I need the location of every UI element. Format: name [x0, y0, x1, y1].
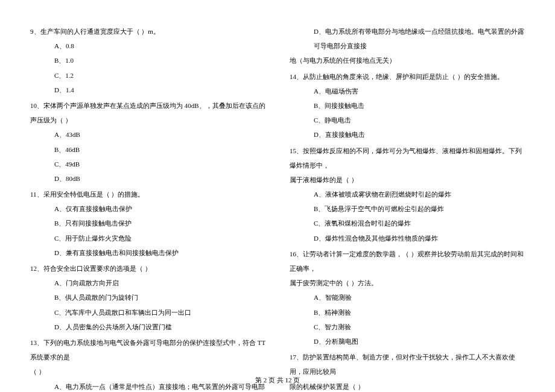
q16-cont: 属于疲劳测定中的（ ）方法。: [290, 276, 525, 290]
q14-text: 14、从防止触电的角度来说，绝缘、屏护和间距是防止（ ）的安全措施。: [290, 69, 525, 84]
q17-text: 17、防护装置结构简单、制造方便，但对作业干扰较大，操作工人不大喜欢使用，应用比…: [290, 350, 525, 379]
question-15: 15、按照爆炸反应相的不同，爆炸可分为气相爆炸、液相爆炸和固相爆炸。下列爆炸情形…: [290, 144, 525, 245]
q15-cont: 属于液相爆炸的是（ ）: [290, 172, 525, 187]
q12-option-b: B、供人员疏散的门为旋转门: [30, 290, 265, 305]
q15-option-c: C、液氧和煤粉混合时引起的爆炸: [290, 216, 525, 230]
q16-option-b: B、精神测验: [290, 305, 525, 320]
q9-option-a: A、0.8: [30, 39, 265, 53]
q14-option-a: A、电磁场伤害: [290, 84, 525, 98]
q9-option-b: B、1.0: [30, 53, 265, 68]
question-16: 16、让劳动者计算一定难度的数学题，（ ）观察并比较劳动前后其完成的时间和正确率…: [290, 247, 525, 349]
q10-option-a: A、43dB: [30, 127, 265, 142]
q10-option-d: D、80dB: [30, 171, 265, 186]
page-content: 9、生产车间的人行通道宽度应大于（ ）m。 A、0.8 B、1.0 C、1.2 …: [0, 0, 555, 392]
q15-option-b: B、飞扬悬浮于空气中的可燃粉尘引起的爆炸: [290, 201, 525, 216]
q14-option-b: B、间接接触电击: [290, 98, 525, 113]
page-footer: 第 2 页 共 12 页: [0, 376, 555, 385]
q15-option-d: D、爆炸性混合物及其他爆炸性物质的爆炸: [290, 231, 525, 245]
question-17: 17、防护装置结构简单、制造方便，但对作业干扰较大，操作工人不大喜欢使用，应用比…: [290, 350, 525, 392]
q13-text: 13、下列的电力系统接地与电气设备外露可导电部分的保护连接型式中，符合 TT 系…: [30, 335, 265, 364]
q11-option-d: D、兼有直接接触电击和间接接触电击保护: [30, 245, 265, 260]
question-12: 12、符合安全出口设置要求的选项是（ ） A、门向疏散方向开启 B、供人员疏散的…: [30, 261, 265, 334]
q10-text: 10、宋体两个声源单独发声在某点造成的声压级均为 40dB、，其叠加后在该点的声…: [30, 98, 265, 127]
q9-option-d: D、1.4: [30, 83, 265, 97]
q16-text: 16、让劳动者计算一定难度的数学题，（ ）观察并比较劳动前后其完成的时间和正确率…: [290, 247, 525, 276]
question-10: 10、宋体两个声源单独发声在某点造成的声压级均为 40dB、，其叠加后在该点的声…: [30, 98, 265, 186]
q16-option-d: D、分析脑电图: [290, 334, 525, 349]
question-14: 14、从防止触电的角度来说，绝缘、屏护和间距是防止（ ）的安全措施。 A、电磁场…: [290, 69, 525, 142]
q11-option-b: B、只有间接接触电击保护: [30, 216, 265, 230]
q12-text: 12、符合安全出口设置要求的选项是（ ）: [30, 261, 265, 276]
q14-option-d: D、直接接触电击: [290, 127, 525, 142]
q15-text: 15、按照爆炸反应相的不同，爆炸可分为气相爆炸、液相爆炸和固相爆炸。下列爆炸情形…: [290, 144, 525, 172]
q15-option-a: A、液体被喷成雾状物在剧烈燃烧时引起的爆炸: [290, 187, 525, 201]
q12-option-a: A、门向疏散方向开启: [30, 276, 265, 290]
right-column: D、电力系统所有带电部分与地绝缘或一点经阻抗接地。电气装置的外露可导电部分直接接…: [290, 24, 525, 392]
question-13d: D、电力系统所有带电部分与地绝缘或一点经阻抗接地。电气装置的外露可导电部分直接接…: [290, 24, 525, 68]
q13-option-d: D、电力系统所有带电部分与地绝缘或一点经阻抗接地。电气装置的外露可导电部分直接接: [290, 24, 525, 53]
question-9: 9、生产车间的人行通道宽度应大于（ ）m。 A、0.8 B、1.0 C、1.2 …: [30, 24, 265, 97]
q16-option-a: A、智能测验: [290, 290, 525, 305]
q11-option-a: A、仅有直接接触电击保护: [30, 201, 265, 216]
q11-text: 11、采用安全特低电压是（ ）的措施。: [30, 187, 265, 201]
q9-text: 9、生产车间的人行通道宽度应大于（ ）m。: [30, 24, 265, 39]
q11-option-c: C、用于防止爆炸火灾危险: [30, 231, 265, 245]
question-11: 11、采用安全特低电压是（ ）的措施。 A、仅有直接接触电击保护 B、只有间接接…: [30, 187, 265, 260]
q10-option-b: B、46dB: [30, 142, 265, 157]
q14-option-c: C、静电电击: [290, 113, 525, 127]
q9-option-c: C、1.2: [30, 68, 265, 83]
q12-option-d: D、人员密集的公共场所入场门设置门槛: [30, 320, 265, 334]
q13-option-d2: 地（与电力系统的任何接地点无关）: [290, 53, 525, 68]
q10-option-c: C、49dB: [30, 157, 265, 171]
q16-option-c: C、智力测验: [290, 320, 525, 334]
q12-option-c: C、汽车库中人员疏散口和车辆出口为同一出口: [30, 305, 265, 320]
left-column: 9、生产车间的人行通道宽度应大于（ ）m。 A、0.8 B、1.0 C、1.2 …: [30, 24, 265, 392]
